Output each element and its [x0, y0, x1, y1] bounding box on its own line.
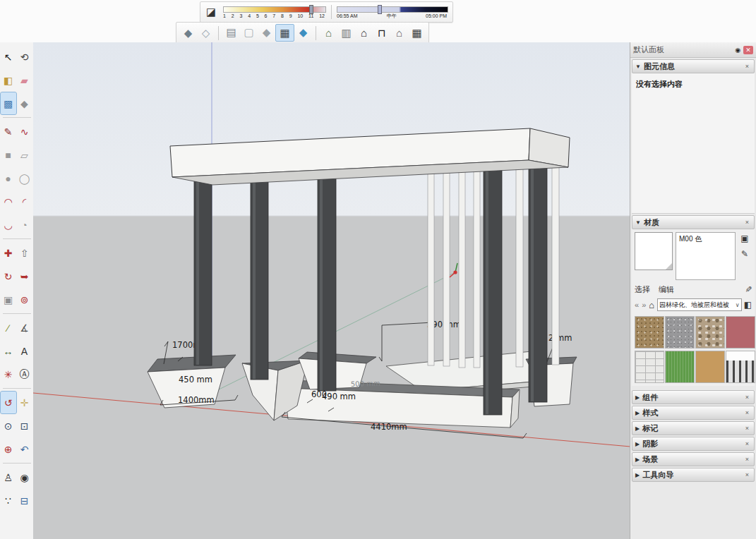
tool-move[interactable]: ✚: [1, 242, 16, 264]
paint-bucket-icon: ◧: [4, 75, 13, 86]
facestyle-wireframe[interactable]: ◇: [197, 25, 215, 41]
view-view-back[interactable]: ▦: [408, 25, 426, 41]
tool-tape-measure[interactable]: ∕: [1, 317, 16, 339]
paint-bucket-icon[interactable]: ◧: [744, 300, 752, 310]
collection-dropdown[interactable]: 园林绿化、地被层和植被 ∨: [657, 298, 742, 311]
model-viewport[interactable]: 1700mm 390 mm 2 mm: [33, 42, 630, 539]
tool-freehand[interactable]: ∿: [17, 121, 32, 143]
tool-rectangle[interactable]: ■: [1, 144, 16, 166]
tool-orbit[interactable]: ↺: [1, 392, 16, 413]
section-close-icon[interactable]: ×: [743, 440, 751, 447]
section-close-icon[interactable]: ×: [743, 425, 751, 432]
tool-pie[interactable]: ◔: [17, 214, 32, 236]
section-instructor[interactable]: ▶工具向导×: [632, 468, 755, 482]
material-name-box: [676, 232, 736, 280]
tool-select[interactable]: ↖: [1, 46, 16, 68]
tool-line[interactable]: ✎: [1, 121, 16, 143]
tool-scale[interactable]: ▣: [1, 289, 16, 310]
paint-sample-icon[interactable]: ✎: [738, 248, 751, 260]
tool-three-point-arc[interactable]: ◡: [1, 214, 16, 236]
facestyle-shaded[interactable]: ◆: [258, 24, 275, 40]
back-arrow-icon[interactable]: «: [635, 301, 639, 309]
material-swatch-pebbles[interactable]: [695, 316, 725, 349]
tab-select[interactable]: 选择: [635, 284, 650, 295]
section-shadows[interactable]: ▶阴影×: [632, 437, 755, 451]
section-scenes[interactable]: ▶场景×: [632, 452, 755, 466]
materials-header[interactable]: ▼ 材质 ×: [632, 215, 755, 229]
tool-rotate[interactable]: ↻: [1, 265, 16, 287]
view-view-iso[interactable]: ⌂: [320, 25, 337, 41]
tab-edit[interactable]: 编辑: [659, 284, 674, 295]
three-point-arc-icon: ◡: [4, 219, 12, 231]
section-label: 场景: [642, 454, 743, 465]
tool-zoom[interactable]: ⊙: [1, 415, 16, 437]
tool-position-camera[interactable]: ♙: [1, 466, 16, 488]
tool-two-point-arc[interactable]: ◜: [17, 190, 32, 212]
tool-arc[interactable]: ◠: [1, 190, 16, 212]
facestyle-back-edges[interactable]: ◆: [179, 25, 197, 41]
facestyle-hidden-line[interactable]: ▢: [240, 24, 258, 40]
section-components[interactable]: ▶组件×: [632, 390, 755, 404]
home-icon[interactable]: ⌂: [649, 300, 654, 310]
facestyle-xray[interactable]: ▤: [222, 24, 240, 40]
tool-previous[interactable]: ↶: [17, 438, 32, 460]
tool-pan[interactable]: ✛: [17, 392, 32, 413]
tool-rotated-rectangle[interactable]: ▱: [17, 144, 32, 166]
tool-eraser[interactable]: ▰: [17, 69, 32, 91]
pin-icon[interactable]: ◉: [735, 47, 740, 54]
tool-paint-bucket[interactable]: ◧: [1, 69, 16, 91]
tool-texture-box[interactable]: ▩: [1, 92, 16, 114]
tray-close-button[interactable]: ✕: [743, 46, 753, 54]
shadow-date-slider[interactable]: 123456789101112: [222, 4, 328, 20]
tool-section-plane[interactable]: ⊟: [17, 490, 32, 511]
tool-circle[interactable]: ●: [1, 167, 16, 189]
tool-zoom-extents[interactable]: ⊕: [1, 438, 16, 460]
material-swatch-brick-white[interactable]: [635, 351, 664, 383]
tool-walk[interactable]: ∵: [1, 490, 16, 511]
tool-look-around[interactable]: ◉: [17, 466, 32, 488]
material-swatch-fence[interactable]: [726, 351, 755, 383]
material-swatch-grass-green[interactable]: [665, 351, 695, 383]
entity-info-close-icon[interactable]: ×: [743, 63, 751, 70]
view-view-top[interactable]: ▥: [337, 25, 355, 41]
tool-dimension[interactable]: ↔: [1, 340, 16, 362]
create-material-icon[interactable]: ▣: [738, 232, 751, 245]
view-view-front[interactable]: ⌂: [355, 25, 373, 41]
tool-zoom-window[interactable]: ⊡: [17, 415, 32, 437]
section-close-icon[interactable]: ×: [743, 394, 751, 401]
entity-info-header[interactable]: ▼ 图元信息 ×: [632, 59, 755, 73]
view-view-left[interactable]: ⌂: [390, 25, 408, 41]
eyedropper-icon[interactable]: ✎: [743, 286, 753, 293]
materials-close-icon[interactable]: ×: [743, 219, 751, 226]
view-view-right[interactable]: ⊓: [373, 25, 390, 41]
tool-text[interactable]: A: [17, 340, 32, 362]
tool-push-pull[interactable]: ⇧: [17, 242, 32, 264]
tool-flat-plane[interactable]: ◆: [17, 92, 32, 114]
tool-follow-me[interactable]: ➥: [17, 265, 32, 287]
material-swatch-gravel-gray[interactable]: [665, 316, 695, 349]
polygon-icon: ◯: [19, 173, 30, 184]
section-styles[interactable]: ▶样式×: [632, 406, 755, 420]
shadow-toggle-button[interactable]: ◪: [203, 4, 219, 20]
section-close-icon[interactable]: ×: [743, 409, 751, 416]
forward-arrow-icon[interactable]: »: [642, 301, 646, 309]
section-label: 工具向导: [642, 470, 743, 480]
view-right-icon: ⊓: [378, 27, 386, 40]
tool-polygon[interactable]: ◯: [17, 167, 32, 189]
tool-axes[interactable]: ✳: [1, 363, 16, 385]
tool-three-d-text[interactable]: Ⓐ: [17, 363, 32, 385]
tool-protractor[interactable]: ∡: [17, 317, 32, 339]
tool-offset[interactable]: ⊚: [17, 289, 32, 310]
section-tags[interactable]: ▶标记×: [632, 421, 755, 435]
material-name-input[interactable]: [678, 234, 734, 243]
section-close-icon[interactable]: ×: [743, 471, 751, 478]
tool-make-component[interactable]: ⟲: [17, 46, 32, 68]
shadow-time-slider[interactable]: 06:55 AM 中午 05:00 PM: [335, 4, 450, 20]
material-swatch-rose[interactable]: [726, 316, 755, 349]
material-swatch-tan[interactable]: [695, 351, 725, 383]
material-swatch-gravel-brown[interactable]: [635, 316, 664, 349]
section-label: 组件: [642, 392, 743, 403]
section-close-icon[interactable]: ×: [743, 456, 751, 463]
facestyle-monochrome[interactable]: ◆: [294, 24, 312, 40]
facestyle-shaded-with-textures[interactable]: ▦: [275, 24, 294, 42]
